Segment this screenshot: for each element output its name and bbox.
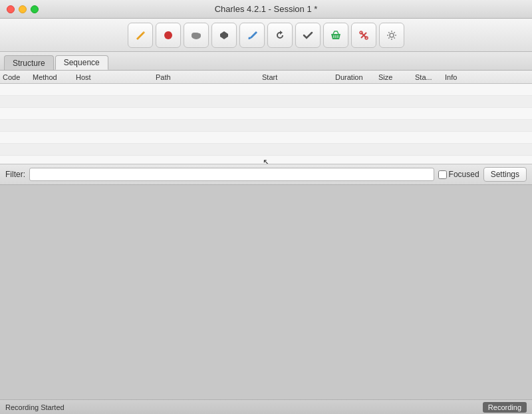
column-headers: Code Method Host Path Start Duration Siz… [0,71,532,84]
col-header-start: Start [262,73,335,81]
col-header-host: Host [76,73,156,81]
cursor-pointer: ↖ [263,157,270,164]
tabs-bar: Structure Sequence [0,52,532,71]
window-title: Charles 4.2.1 - Session 1 * [215,4,318,14]
col-header-duration: Duration [335,73,378,81]
scissors-button[interactable] [351,23,376,48]
svg-point-13 [390,33,394,37]
focused-checkbox[interactable] [438,170,447,179]
table-row [0,96,532,108]
refresh-button[interactable] [267,23,293,48]
cloud-button[interactable] [184,23,209,48]
filter-bar: Filter: Focused Settings [0,164,532,185]
tab-sequence[interactable]: Sequence [55,55,108,70]
filter-label: Filter: [5,170,25,179]
filter-input[interactable] [29,168,434,181]
status-bar: Recording Started Recording [0,399,532,414]
svg-point-0 [164,31,172,39]
check-button[interactable] [295,23,321,48]
title-bar: Charles 4.2.1 - Session 1 * [0,0,532,19]
table-row [0,120,532,132]
minimize-button[interactable] [19,5,27,13]
focused-label: Focused [449,170,479,179]
col-header-info: Info [445,73,529,81]
lower-content-area [0,185,532,399]
svg-point-3 [197,33,201,37]
table-row: ↖ [0,156,532,164]
tab-structure[interactable]: Structure [4,55,54,70]
col-header-code: Code [3,73,33,81]
col-header-path: Path [156,73,262,81]
gear-button[interactable] [379,23,404,48]
toolbar [0,19,532,52]
pen-tool-button[interactable] [128,23,153,48]
table-area: ↖ [0,84,532,164]
col-header-size: Size [378,73,415,81]
stop-button[interactable] [211,23,237,48]
table-row [0,84,532,96]
svg-point-2 [192,33,197,38]
col-header-sta: Sta... [415,73,445,81]
focused-checkbox-label[interactable]: Focused [438,170,479,179]
recording-badge: Recording [483,402,527,413]
table-row [0,144,532,156]
maximize-button[interactable] [31,5,39,13]
table-row [0,132,532,144]
col-header-method: Method [33,73,76,81]
svg-point-5 [249,37,251,39]
compose-button[interactable] [239,23,265,48]
window-controls[interactable] [7,5,39,13]
record-button[interactable] [156,23,181,48]
svg-marker-4 [220,31,228,39]
close-button[interactable] [7,5,15,13]
table-row [0,108,532,120]
status-text: Recording Started [5,403,65,411]
settings-button[interactable]: Settings [483,167,527,182]
basket-button[interactable] [323,23,348,48]
